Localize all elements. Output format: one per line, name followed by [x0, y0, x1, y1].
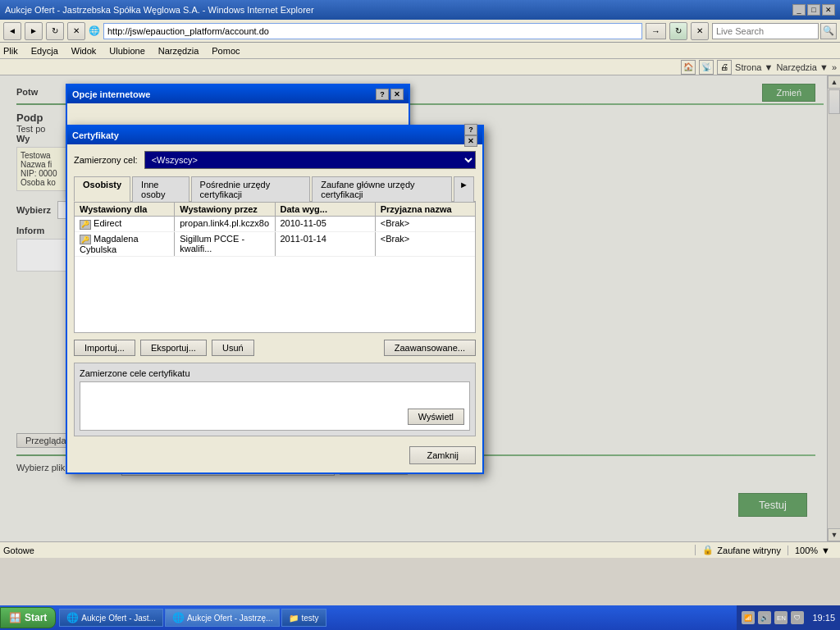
more-icon[interactable]: »: [832, 62, 837, 72]
cert-close-btn[interactable]: ✕: [464, 135, 477, 147]
tray-icon-2: 🔊: [758, 611, 771, 624]
back-btn[interactable]: ◄: [3, 22, 21, 40]
dialog-cert: Certyfikaty ? ✕ Zamierzony cel: <Wszyscy…: [66, 125, 484, 474]
goals-content: Wyświetl: [80, 381, 470, 431]
stop2-btn[interactable]: ✕: [691, 22, 709, 40]
ie-icon-2: 🌐: [172, 612, 185, 623]
zoom-text: 100%: [795, 546, 818, 555]
menu-tools[interactable]: Narzędzia: [158, 46, 199, 56]
cert-row-1[interactable]: 🔑 Edirect propan.link4.pl.kczx8o 2010-11…: [75, 217, 475, 232]
ie-icon-1: 🌐: [66, 612, 79, 623]
search-area: 🔍: [712, 23, 837, 39]
folder-icon: 📁: [289, 614, 299, 623]
cert1-przez: propan.link4.pl.kczx8o: [175, 217, 275, 231]
cert-help-btn[interactable]: ?: [464, 124, 477, 135]
search-input[interactable]: [712, 23, 819, 39]
narzedzia-label: Narzędzia ▼: [776, 62, 828, 72]
zone-text: Zaufane witryny: [717, 546, 781, 555]
cert-list: Wystawiony dla Wystawiony przez Data wyg…: [74, 202, 476, 333]
eksportuj-btn[interactable]: Eksportuj...: [140, 340, 207, 356]
menu-file[interactable]: Plik: [3, 46, 18, 56]
col-wystawiony-dla: Wystawiony dla: [75, 203, 175, 216]
start-icon: 🪟: [9, 612, 21, 623]
address-input[interactable]: [103, 23, 642, 39]
cert2-przez: Sigillum PCCE - kwalifi...: [175, 232, 275, 257]
tray-icon-4: 🛡: [791, 611, 804, 624]
taskbar: 🪟 Start 🌐 Aukcje Ofert - Jast... 🌐 Aukcj…: [0, 605, 840, 630]
opcje-title: Opcje internetowe: [72, 89, 150, 99]
menu-bar: Plik Edycja Widok Ulubione Narzędzia Pom…: [0, 43, 840, 59]
tab-osobisty[interactable]: Osobisty: [74, 176, 130, 202]
search-btn[interactable]: 🔍: [820, 23, 837, 39]
address-bar: 🌐 → ↻ ✕: [89, 22, 709, 40]
links-toolbar: 🏠 📡 🖨 Strona ▼ Narzędzia ▼ »: [0, 59, 840, 75]
start-label: Start: [25, 612, 47, 623]
cert1-nazwa: <Brak>: [376, 217, 475, 231]
address-label: 🌐: [89, 25, 100, 36]
print-icon[interactable]: 🖨: [717, 60, 732, 75]
forward-btn[interactable]: ►: [25, 22, 43, 40]
window-controls[interactable]: _ □ ✕: [792, 4, 835, 16]
menu-favorites[interactable]: Ulubione: [109, 46, 144, 56]
taskbar-item-1[interactable]: 🌐 Aukcje Ofert - Jast...: [59, 609, 163, 627]
cert-controls[interactable]: ? ✕: [464, 124, 477, 147]
cert2-data: 2011-01-14: [276, 232, 376, 257]
menu-edit[interactable]: Edycja: [31, 46, 58, 56]
refresh-btn[interactable]: ↻: [46, 22, 64, 40]
status-bar: Gotowe 🔒 Zaufane witryny 100% ▼: [0, 541, 840, 558]
opcje-close-btn[interactable]: ✕: [390, 89, 404, 100]
taskbar-label-3: testy: [301, 614, 318, 623]
menu-view[interactable]: Widok: [71, 46, 97, 56]
importuj-btn[interactable]: Importuj...: [74, 340, 135, 356]
restore-btn[interactable]: □: [807, 4, 820, 16]
tray-icon-3: EN: [774, 611, 788, 624]
cel-select[interactable]: <Wszyscy>: [144, 151, 476, 169]
usun-btn[interactable]: Usuń: [212, 340, 254, 356]
cert-goals-box: Zamierzone cele certyfikatu Wyświetl: [74, 363, 476, 436]
browser-title: Aukcje Ofert - Jastrzebska Spółka Węglow…: [5, 5, 314, 15]
opcje-help-btn[interactable]: ?: [376, 89, 389, 100]
start-btn[interactable]: 🪟 Start: [0, 607, 56, 628]
cel-select-wrap: <Wszyscy>: [144, 151, 476, 169]
taskbar-item-3[interactable]: 📁 testy: [281, 609, 326, 627]
strona-label: Strona ▼: [735, 62, 773, 72]
stop-btn[interactable]: ✕: [67, 22, 85, 40]
cert-titlebar: Certyfikaty ? ✕: [67, 126, 482, 144]
taskbar-label-1: Aukcje Ofert - Jast...: [81, 614, 156, 623]
tray-time: 19:15: [807, 613, 835, 623]
system-tray: 📶 🔊 EN 🛡 19:15: [737, 605, 840, 630]
home-icon[interactable]: 🏠: [681, 60, 696, 75]
taskbar-item-2[interactable]: 🌐 Aukcje Ofert - Jastrzę...: [165, 609, 280, 627]
cert-title: Certyfikaty: [72, 130, 119, 140]
cert-close-row: Zamknij: [74, 443, 476, 466]
cert2-nazwa: <Brak>: [376, 232, 475, 257]
status-zoom: 100% ▼: [788, 546, 837, 555]
close-btn[interactable]: ✕: [822, 4, 835, 16]
opcje-titlebar: Opcje internetowe ? ✕: [67, 85, 409, 103]
go-btn[interactable]: →: [646, 23, 666, 39]
status-text: Gotowe: [3, 546, 695, 555]
zone-icon: 🔒: [702, 545, 714, 555]
zaawansowane-btn[interactable]: Zaawansowane...: [384, 340, 476, 356]
tab-zaufane[interactable]: Zaufane główne urzędy certyfikacji: [312, 176, 452, 202]
zamknij-btn[interactable]: Zamknij: [409, 446, 476, 464]
taskbar-label-2: Aukcje Ofert - Jastrzę...: [187, 614, 272, 623]
wyswietl-btn[interactable]: Wyświetl: [408, 409, 464, 425]
cert2-icon: 🔑: [80, 235, 91, 244]
opcje-controls[interactable]: ? ✕: [376, 89, 404, 100]
refresh-green-btn[interactable]: ↻: [669, 22, 687, 40]
cert-tabs: Osobisty Inne osoby Pośrednie urzędy cer…: [74, 176, 476, 202]
col-wystawiony-przez: Wystawiony przez: [175, 203, 275, 216]
tray-icon-1: 📶: [742, 611, 755, 624]
rss-icon[interactable]: 📡: [699, 60, 714, 75]
tab-posrednie[interactable]: Pośrednie urzędy certyfikacji: [191, 176, 311, 202]
cert-row-2[interactable]: 🔑 Magdalena Cybulska Sigillum PCCE - kwa…: [75, 232, 475, 258]
tab-more-btn[interactable]: ►: [454, 176, 474, 202]
tab-inne-osoby[interactable]: Inne osoby: [132, 176, 189, 202]
menu-help[interactable]: Pomoc: [212, 46, 240, 56]
cert1-icon: 🔑: [80, 220, 91, 230]
minimize-btn[interactable]: _: [792, 4, 806, 16]
cert-action-btns: Importuj... Eksportuj... Usuń Zaawansowa…: [74, 340, 476, 356]
cert1-data: 2010-11-05: [276, 217, 376, 231]
nav-toolbar: ◄ ► ↻ ✕ 🌐 → ↻ ✕ 🔍: [0, 20, 840, 43]
